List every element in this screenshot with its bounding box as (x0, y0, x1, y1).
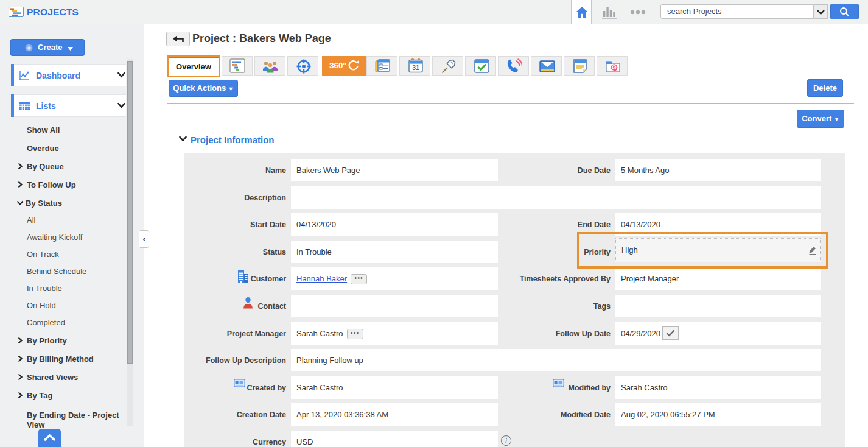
svg-text:31: 31 (412, 64, 419, 71)
